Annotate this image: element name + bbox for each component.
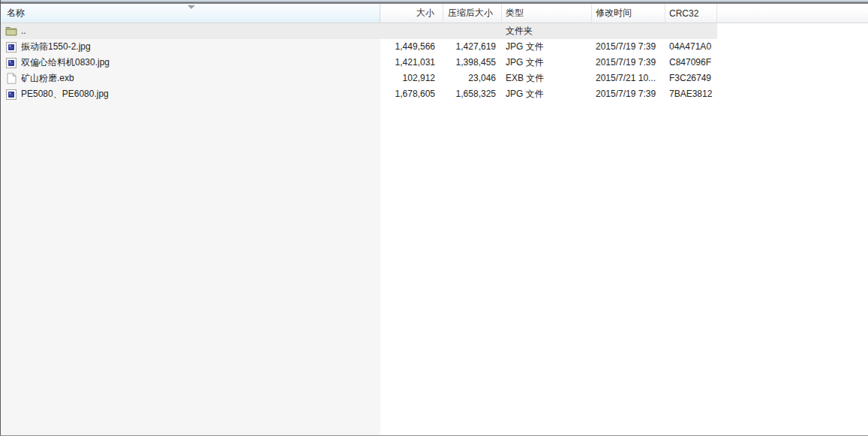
file-name-cell: 振动筛1550-2.jpg: [1, 39, 380, 55]
file-name-label: 矿山粉磨.exb: [21, 71, 74, 86]
file-modified-cell: 2015/7/19 7:39: [592, 39, 665, 55]
file-type-cell: JPG 文件: [502, 86, 592, 102]
file-modified-cell: [592, 23, 665, 39]
file-size-cell: 102,912: [380, 71, 443, 86]
file-size-cell: 1,678,605: [380, 86, 443, 102]
column-header-size[interactable]: 大小: [380, 4, 443, 23]
file-packed-size-cell: 1,658,325: [443, 86, 502, 102]
column-header-packed-size[interactable]: 压缩后大小: [443, 4, 502, 23]
file-type-cell: JPG 文件: [502, 39, 592, 55]
column-header-crc32-label: CRC32: [669, 8, 698, 19]
file-name-label: ..: [21, 23, 26, 39]
parent-folder-row[interactable]: .. 文件夹: [1, 23, 717, 39]
column-header-modified-label: 修改时间: [596, 7, 632, 20]
file-name-cell: ..: [1, 23, 380, 39]
image-file-icon: [5, 89, 17, 100]
file-name-label: 振动筛1550-2.jpg: [21, 39, 91, 55]
column-header-filler: [717, 4, 868, 23]
document-file-icon: [5, 73, 17, 84]
file-list: .. 文件夹 振动筛1550-2.jpg 1,449,566 1,427,619…: [1, 23, 868, 102]
file-row[interactable]: 矿山粉磨.exb 102,912 23,046 EXB 文件 2015/7/21…: [1, 71, 717, 86]
file-type-cell: EXB 文件: [502, 71, 592, 86]
column-header-name[interactable]: 名称: [1, 4, 380, 23]
column-header-crc32[interactable]: CRC32: [665, 4, 717, 23]
file-type-cell: JPG 文件: [502, 55, 592, 71]
file-size-cell: [380, 23, 443, 39]
file-packed-size-cell: 23,046: [443, 71, 502, 86]
column-header-modified[interactable]: 修改时间: [592, 4, 665, 23]
file-type-cell: 文件夹: [502, 23, 592, 39]
column-header-size-label: 大小: [416, 7, 434, 20]
file-crc32-cell: 7BAE3812: [665, 86, 717, 102]
file-modified-cell: 2015/7/19 7:39: [592, 55, 665, 71]
file-name-label: PE5080、PE6080.jpg: [21, 86, 109, 102]
file-name-cell: 矿山粉磨.exb: [1, 71, 380, 86]
file-name-cell: 双偏心给料机0830.jpg: [1, 55, 380, 71]
file-packed-size-cell: 1,398,455: [443, 55, 502, 71]
column-header-name-label: 名称: [7, 7, 25, 20]
file-crc32-cell: F3C26749: [665, 71, 717, 86]
file-modified-cell: 2015/7/21 10...: [592, 71, 665, 86]
file-size-cell: 1,421,031: [380, 55, 443, 71]
file-name-label: 双偏心给料机0830.jpg: [21, 55, 110, 71]
file-name-cell: PE5080、PE6080.jpg: [1, 86, 380, 102]
file-row[interactable]: PE5080、PE6080.jpg 1,678,605 1,658,325 JP…: [1, 86, 717, 102]
column-header-packed-size-label: 压缩后大小: [448, 7, 493, 20]
file-crc32-cell: C847096F: [665, 55, 717, 71]
file-size-cell: 1,449,566: [380, 39, 443, 55]
file-row[interactable]: 振动筛1550-2.jpg 1,449,566 1,427,619 JPG 文件…: [1, 39, 717, 55]
file-packed-size-cell: [443, 23, 502, 39]
file-packed-size-cell: 1,427,619: [443, 39, 502, 55]
column-header-type[interactable]: 类型: [502, 4, 592, 23]
image-file-icon: [5, 41, 17, 53]
file-row[interactable]: 双偏心给料机0830.jpg 1,421,031 1,398,455 JPG 文…: [1, 55, 717, 71]
archive-file-list-window: 名称 大小 压缩后大小 类型 修改时间 CRC32 .. 文件夹: [0, 0, 868, 436]
file-crc32-cell: [665, 23, 717, 39]
sort-descending-icon: [188, 5, 195, 9]
image-file-icon: [5, 57, 17, 68]
column-header-type-label: 类型: [506, 7, 524, 20]
file-modified-cell: 2015/7/19 7:39: [592, 86, 665, 102]
column-header-row: 名称 大小 压缩后大小 类型 修改时间 CRC32: [1, 4, 868, 23]
folder-up-icon: [5, 26, 17, 37]
file-crc32-cell: 04A471A0: [665, 39, 717, 55]
